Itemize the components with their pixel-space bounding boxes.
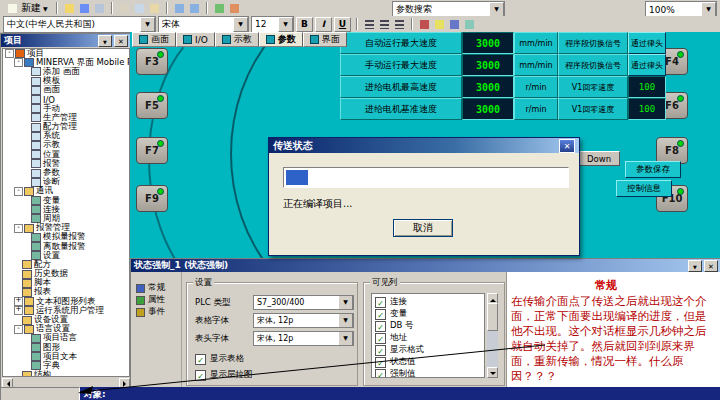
font-size-combobox[interactable]: 12 <box>251 16 294 33</box>
column-checkbox-row[interactable]: 变量 <box>375 308 484 320</box>
column-checkbox-row[interactable]: 状态值 <box>375 356 484 368</box>
tree-expander-icon[interactable] <box>23 87 30 94</box>
close-icon[interactable] <box>704 260 718 272</box>
redo-icon[interactable] <box>188 2 201 15</box>
show-table-checkbox-row[interactable]: 显示表格 <box>195 353 244 365</box>
tree-expander-icon[interactable] <box>23 114 30 121</box>
italic-button[interactable]: I <box>315 17 332 32</box>
tree-item[interactable]: 画面 <box>3 86 129 95</box>
checkbox-icon[interactable] <box>375 297 386 308</box>
checkbox-icon[interactable] <box>195 370 206 381</box>
tree-expander-icon[interactable] <box>23 105 30 112</box>
chevron-down-icon[interactable] <box>140 17 155 32</box>
param-name-cell[interactable]: 进给电机最高速度 <box>340 76 462 98</box>
tree-expander-icon[interactable] <box>23 335 30 342</box>
editor-tab[interactable]: 参数 <box>259 32 303 47</box>
param-value-field[interactable]: 100 <box>628 98 666 120</box>
scrollbar-thumb[interactable] <box>487 303 498 331</box>
tree-expander-icon[interactable] <box>23 124 30 131</box>
paste-icon[interactable] <box>148 2 161 15</box>
columns-scrollbar[interactable] <box>487 293 498 378</box>
tree-expander-icon[interactable]: - <box>14 224 23 233</box>
param-value-field[interactable]: 3000 <box>462 76 514 98</box>
param-value-field[interactable]: 通过律头 <box>628 32 666 54</box>
param-name-cell[interactable]: 自动运行最大速度 <box>340 32 462 54</box>
close-icon[interactable] <box>559 139 575 153</box>
close-icon[interactable] <box>114 35 128 47</box>
fkey-button[interactable]: F5 <box>136 92 168 119</box>
fkey-button[interactable]: F9 <box>136 185 168 212</box>
scroll-down-icon[interactable] <box>487 367 498 378</box>
border-style-icon[interactable] <box>448 18 461 31</box>
language-combobox[interactable]: 中文(中华人民共和国) <box>3 16 156 33</box>
param-value-field[interactable]: 通过律头 <box>628 54 666 76</box>
param-name-cell[interactable]: 程序段切换信号 <box>558 54 628 76</box>
tree-expander-icon[interactable]: - <box>5 49 14 58</box>
checkbox-icon[interactable] <box>375 369 386 379</box>
tree-expander-icon[interactable] <box>14 271 21 278</box>
tree-expander-icon[interactable] <box>14 280 21 287</box>
chevron-down-icon[interactable] <box>338 313 353 328</box>
tree-item[interactable]: 项目语言 <box>3 334 129 343</box>
checkbox-icon[interactable] <box>375 321 386 332</box>
checkbox-icon[interactable] <box>375 333 386 344</box>
tree-expander-icon[interactable] <box>23 151 30 158</box>
param-name-cell[interactable]: V1回零速度 <box>558 98 628 120</box>
tree-expander-icon[interactable] <box>23 78 30 85</box>
tree-expander-icon[interactable] <box>23 170 30 177</box>
tree-expander-icon[interactable] <box>14 317 21 324</box>
undo-icon[interactable] <box>173 2 186 15</box>
tree-expander-icon[interactable] <box>23 179 30 186</box>
tree-expander-icon[interactable] <box>23 344 30 351</box>
transfer-icon[interactable] <box>228 2 241 15</box>
fill-style-icon[interactable] <box>463 18 476 31</box>
font-color-icon[interactable] <box>418 18 431 31</box>
tree-expander-icon[interactable] <box>23 142 30 149</box>
tree-item[interactable]: 配方管理 <box>3 123 129 132</box>
fkey-button[interactable]: F8 <box>656 137 688 164</box>
tree-expander-icon[interactable]: - <box>14 325 23 334</box>
tree-expander-icon[interactable] <box>23 234 30 241</box>
bold-button[interactable]: B <box>296 17 313 32</box>
checkbox-icon[interactable] <box>375 345 386 356</box>
param-name-cell[interactable]: 手动运行最大速度 <box>340 54 462 76</box>
tree-expander-icon[interactable]: - <box>14 187 23 196</box>
new-button[interactable]: 新建 <box>3 1 51 15</box>
column-checkbox-row[interactable]: 强制值 <box>375 368 484 378</box>
param-name-cell[interactable]: 进给电机基准速度 <box>340 98 462 120</box>
tree-expander-icon[interactable] <box>23 197 30 204</box>
cut-icon[interactable] <box>118 2 131 15</box>
fkey-button[interactable]: F7 <box>136 137 168 164</box>
align-left-icon[interactable] <box>363 18 376 31</box>
highlight-color-icon[interactable] <box>433 18 446 31</box>
column-checkbox-row[interactable]: 连接 <box>375 296 484 308</box>
editor-tab[interactable]: 界面 <box>303 32 347 47</box>
properties-nav-item[interactable]: 常规 <box>131 282 181 294</box>
tree-item[interactable]: 结构 <box>3 371 129 377</box>
tree-expander-icon[interactable] <box>23 362 30 369</box>
tree-horizontal-scrollbar[interactable] <box>2 378 130 387</box>
table-font-combobox[interactable]: 宋体, 12p <box>253 313 354 328</box>
column-checkbox-row[interactable]: 显示格式 <box>375 344 484 356</box>
param-name-cell[interactable]: 程序段切换信号 <box>558 32 628 54</box>
tree-item[interactable]: - 通讯 <box>3 187 129 196</box>
tree-item[interactable]: 连接 <box>3 205 129 214</box>
open-icon[interactable] <box>63 2 76 15</box>
tree-expander-icon[interactable]: - <box>14 58 23 67</box>
chevron-down-icon[interactable] <box>338 295 353 310</box>
tree-item[interactable]: 变量 <box>3 196 129 205</box>
tree-item[interactable]: 离散量报警 <box>3 242 129 251</box>
editor-tab[interactable]: 示教 <box>215 32 259 47</box>
tree-expander-icon[interactable] <box>14 261 21 268</box>
param-name-cell[interactable]: V1回零速度 <box>558 76 628 98</box>
chevron-down-icon[interactable] <box>489 2 504 17</box>
tree-expander-icon[interactable] <box>23 160 30 167</box>
dialog-titlebar[interactable]: 传送状态 <box>269 138 579 153</box>
param-value-field[interactable]: 3000 <box>462 98 514 120</box>
down-button[interactable]: Down <box>578 151 620 166</box>
chevron-down-icon[interactable] <box>233 17 248 32</box>
font-combobox[interactable]: 宋体 <box>158 16 249 33</box>
tree-expander-icon[interactable] <box>23 215 30 222</box>
checkbox-icon[interactable] <box>375 309 386 320</box>
pin-panel-icon[interactable] <box>98 35 112 47</box>
